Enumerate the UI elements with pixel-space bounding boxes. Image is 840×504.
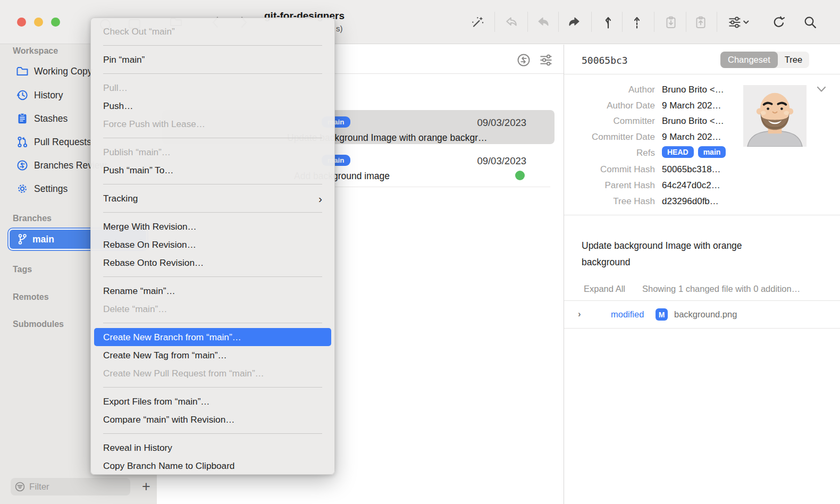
sidebar-filter[interactable] bbox=[11, 478, 130, 495]
field-label: Committer bbox=[564, 116, 655, 127]
field-label: Tree Hash bbox=[564, 196, 655, 207]
commit-full-message: Update background Image with orange back… bbox=[582, 238, 784, 271]
stash-save-icon bbox=[663, 15, 678, 30]
menu-item-pull: Pull… bbox=[94, 79, 331, 97]
field-value: 9 March 202… bbox=[662, 100, 721, 111]
tab-tree[interactable]: Tree bbox=[778, 55, 809, 65]
field-label: Refs bbox=[564, 148, 655, 158]
redo-icon bbox=[536, 15, 551, 30]
menu-item-pin[interactable]: Pin “main” bbox=[94, 51, 331, 69]
field-value: d23296d0fb… bbox=[662, 196, 719, 207]
remotes-section-header[interactable]: Remotes bbox=[13, 292, 49, 302]
sidebar-item-history[interactable]: History bbox=[16, 89, 63, 102]
menu-item-rename[interactable]: Rename “main”… bbox=[94, 282, 331, 300]
branch-icon bbox=[17, 233, 28, 245]
search-icon[interactable] bbox=[803, 15, 818, 30]
add-branch-button[interactable]: + bbox=[137, 477, 155, 495]
submodules-section-header[interactable]: Submodules bbox=[13, 320, 64, 329]
branch-name-label: main bbox=[32, 234, 54, 245]
commit-date: 09/03/2023 bbox=[463, 117, 526, 129]
list-options-icon[interactable] bbox=[539, 53, 553, 68]
tab-changeset[interactable]: Changeset bbox=[720, 52, 778, 68]
undo-icon bbox=[504, 15, 519, 30]
sidebar-item-working-copy[interactable]: Working Copy bbox=[16, 65, 93, 77]
menu-separator bbox=[103, 276, 322, 277]
submenu-arrow-icon: › bbox=[318, 193, 322, 204]
filter-input[interactable] bbox=[29, 482, 114, 492]
ref-badge-head[interactable]: HEAD bbox=[662, 146, 694, 158]
sidebar-item-label: History bbox=[34, 90, 63, 101]
refresh-icon[interactable] bbox=[771, 15, 786, 30]
file-expand-chevron[interactable]: › bbox=[578, 309, 581, 320]
rebase-arrow-icon[interactable] bbox=[629, 15, 644, 30]
menu-separator bbox=[103, 184, 322, 184]
sidebar-item-label: Stashes bbox=[34, 113, 68, 124]
menu-item-create-new-tag[interactable]: Create New Tag from “main”… bbox=[94, 346, 331, 364]
merge-arrow-icon[interactable] bbox=[567, 15, 582, 30]
menu-separator bbox=[103, 138, 322, 138]
detail-divider bbox=[564, 215, 840, 215]
sidebar-item-label: Pull Requests bbox=[34, 137, 91, 148]
ref-badge-main[interactable]: main bbox=[698, 146, 726, 158]
menu-separator bbox=[103, 323, 322, 323]
file-name: background.png bbox=[674, 309, 737, 320]
branches-review-icon bbox=[16, 159, 29, 172]
menu-item-delete: Delete “main”… bbox=[94, 300, 331, 318]
menu-item-rebase-onto-revision[interactable]: Rebase Onto Revision… bbox=[94, 254, 331, 272]
menu-separator bbox=[103, 433, 322, 434]
menu-item-push-to[interactable]: Push “main” To… bbox=[94, 161, 331, 179]
filter-icon bbox=[15, 482, 25, 492]
field-label: Committer Date bbox=[564, 132, 655, 142]
zoom-button[interactable] bbox=[51, 18, 60, 27]
branches-section-header: Branches bbox=[13, 214, 52, 223]
gear-icon bbox=[16, 182, 29, 195]
field-value: Bruno Brito <… bbox=[662, 85, 724, 95]
menu-item-copy-branch-name[interactable]: Copy Branch Name to Clipboard bbox=[94, 457, 331, 475]
modified-badge: M bbox=[656, 308, 668, 321]
detail-divider bbox=[564, 300, 840, 301]
stash-pop-icon bbox=[693, 15, 708, 30]
branch-arrow-icon[interactable] bbox=[601, 15, 616, 30]
history-icon bbox=[16, 89, 29, 102]
menu-item-merge-with-revision[interactable]: Merge With Revision… bbox=[94, 217, 331, 236]
branch-context-menu: Check Out “main” Pin “main” Pull… Push… … bbox=[90, 18, 335, 475]
menu-item-reveal-in-history[interactable]: Reveal in History bbox=[94, 439, 331, 457]
menu-item-create-new-branch[interactable]: Create New Branch from “main”… bbox=[94, 328, 331, 346]
menu-item-rebase-on-revision[interactable]: Rebase On Revision… bbox=[94, 236, 331, 254]
sidebar-item-pull-requests[interactable]: Pull Requests bbox=[16, 136, 91, 148]
file-status-link[interactable]: modified bbox=[611, 309, 644, 320]
sidebar-item-label: Settings bbox=[34, 183, 68, 195]
sidebar-item-stashes[interactable]: Stashes bbox=[16, 112, 68, 125]
menu-separator bbox=[103, 212, 322, 213]
minimize-button[interactable] bbox=[34, 18, 43, 27]
sidebar-item-settings[interactable]: Settings bbox=[16, 182, 68, 195]
field-value: 50065bc318… bbox=[662, 164, 721, 175]
menu-item-export-files[interactable]: Export Files from “main”… bbox=[94, 392, 331, 410]
compare-icon[interactable] bbox=[516, 53, 531, 68]
stashes-icon bbox=[16, 112, 29, 125]
close-button[interactable] bbox=[17, 18, 26, 27]
pull-request-icon bbox=[16, 136, 29, 148]
detail-divider bbox=[564, 328, 840, 329]
menu-item-compare-with-revision[interactable]: Compare “main” with Revision… bbox=[94, 410, 331, 429]
field-label: Author Date bbox=[564, 100, 655, 111]
chevron-down-icon[interactable] bbox=[816, 85, 827, 94]
sidebar-item-label: Working Copy bbox=[34, 66, 93, 77]
menu-item-publish: Publish “main”… bbox=[94, 143, 331, 161]
menu-item-tracking[interactable]: Tracking› bbox=[94, 189, 331, 207]
menu-item-push[interactable]: Push… bbox=[94, 97, 331, 115]
menu-item-create-new-pull-request: Create New Pull Request from “main”… bbox=[94, 364, 331, 382]
field-value: 9 March 202… bbox=[662, 132, 721, 142]
commit-date: 09/03/2023 bbox=[463, 155, 526, 167]
magic-wand-icon[interactable] bbox=[470, 15, 485, 30]
expand-all-link[interactable]: Expand All bbox=[584, 284, 625, 294]
tags-section-header[interactable]: Tags bbox=[13, 265, 32, 274]
view-options-icon[interactable] bbox=[727, 15, 751, 30]
field-value: Bruno Brito <… bbox=[662, 116, 724, 127]
workspace-section-header: Workspace bbox=[13, 46, 58, 56]
refs-badges: HEADmain bbox=[662, 146, 730, 158]
folder-icon bbox=[16, 65, 29, 77]
view-toggle: Changeset Tree bbox=[720, 52, 809, 68]
commit-short-hash: 50065bc3 bbox=[582, 55, 628, 66]
field-label: Author bbox=[564, 85, 655, 95]
